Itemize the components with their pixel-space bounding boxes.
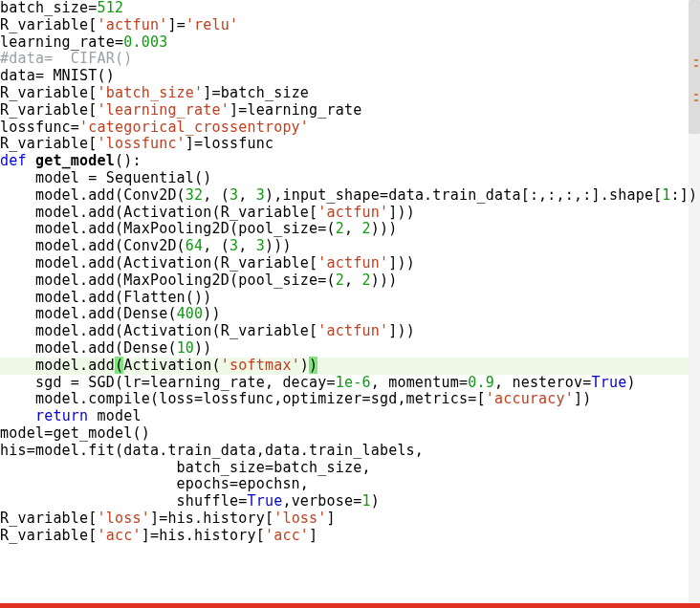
code-area[interactable]: batch_size=512R_variable['actfun']='relu… (0, 0, 689, 545)
code-line[interactable]: sgd = SGD(lr=learning_rate, decay=1e-6, … (0, 375, 689, 392)
code-line[interactable]: R_variable['loss']=his.history['loss'] (0, 510, 689, 528)
code-line[interactable]: model.add(Dense(10)) (0, 340, 689, 358)
code-line[interactable]: model.add(Dense(400)) (0, 306, 689, 323)
code-line[interactable]: model.add(Flatten()) (0, 290, 689, 307)
code-line[interactable]: model.add(Activation('softmax')) (0, 358, 689, 375)
overview-mark (694, 99, 698, 101)
overview-mark (694, 65, 698, 67)
code-line[interactable]: epochs=epochsn, (0, 476, 689, 493)
code-line[interactable]: his=model.fit(data.train_data,data.train… (0, 443, 689, 460)
code-line[interactable]: model.compile(loss=lossfunc,optimizer=sg… (0, 391, 689, 408)
code-line[interactable]: R_variable['learning_rate']=learning_rat… (0, 102, 689, 119)
code-line[interactable]: shuffle=True,verbose=1) (0, 493, 689, 510)
error-bar (0, 603, 700, 608)
code-line[interactable]: #data= CIFAR() (0, 51, 689, 68)
editor-viewport: batch_size=512R_variable['actfun']='relu… (0, 0, 700, 608)
code-line[interactable]: def get_model(): (0, 153, 689, 170)
overview-mark (694, 59, 698, 61)
code-line[interactable]: lossfunc='categorical_crossentropy' (0, 119, 689, 137)
scrollbar-thumb[interactable] (689, 0, 700, 134)
code-line[interactable]: model.add(MaxPooling2D(pool_size=(2, 2))… (0, 272, 689, 290)
code-line[interactable]: batch_size=512 (0, 0, 689, 17)
code-line[interactable]: batch_size=batch_size, (0, 460, 689, 477)
code-line[interactable]: return model (0, 408, 689, 425)
code-line[interactable]: model=get_model() (0, 425, 689, 443)
code-line[interactable]: model.add(Activation(R_variable['actfun'… (0, 205, 689, 222)
code-line[interactable]: learning_rate=0.003 (0, 34, 689, 52)
code-line[interactable]: data= MNIST() (0, 68, 689, 85)
overview-mark (694, 94, 698, 96)
code-line[interactable]: model.add(Conv2D(64, (3, 3))) (0, 238, 689, 255)
code-line[interactable]: model.add(Activation(R_variable['actfun'… (0, 255, 689, 272)
code-line[interactable]: model = Sequential() (0, 170, 689, 187)
code-line[interactable]: R_variable['acc']=his.history['acc'] (0, 528, 689, 545)
code-line[interactable]: R_variable['batch_size']=batch_size (0, 85, 689, 102)
code-line[interactable]: model.add(Conv2D(32, (3, 3),input_shape=… (0, 187, 689, 205)
code-line[interactable]: model.add(MaxPooling2D(pool_size=(2, 2))… (0, 221, 689, 238)
code-line[interactable]: R_variable['lossfunc']=lossfunc (0, 136, 689, 153)
code-line[interactable]: model.add(Activation(R_variable['actfun'… (0, 323, 689, 340)
code-line[interactable]: R_variable['actfun']='relu' (0, 17, 689, 34)
